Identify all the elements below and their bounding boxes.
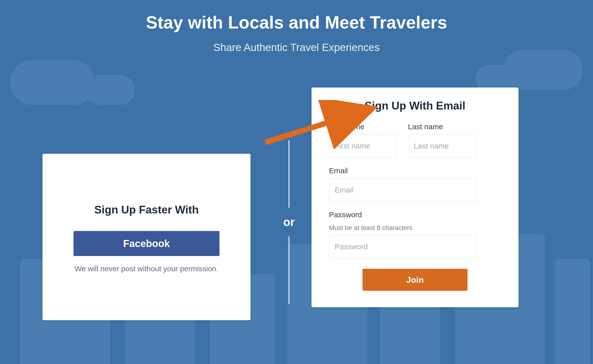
page-subtitle: Share Authentic Travel Experiences <box>0 42 593 54</box>
or-label: or <box>283 215 295 229</box>
signup-email-card: Sign Up With Email First name Last name … <box>312 88 518 307</box>
signup-facebook-card: Sign Up Faster With Facebook We will nev… <box>42 154 250 320</box>
first-name-label: First name <box>329 122 396 131</box>
password-hint: Must be at least 8 characters <box>329 224 501 232</box>
facebook-card-title: Sign Up Faster With <box>94 204 199 216</box>
password-label: Password <box>329 210 501 219</box>
email-input[interactable] <box>329 178 476 202</box>
divider-line <box>288 236 290 304</box>
divider-or: or <box>266 80 312 364</box>
email-label: Email <box>329 166 501 175</box>
last-name-input[interactable] <box>408 134 476 158</box>
divider-line <box>288 140 290 208</box>
email-card-title: Sign Up With Email <box>329 100 501 112</box>
page-title: Stay with Locals and Meet Travelers <box>0 12 593 32</box>
first-name-input[interactable] <box>329 134 396 158</box>
password-input[interactable] <box>329 235 476 258</box>
last-name-label: Last name <box>408 122 476 131</box>
join-button[interactable]: Join <box>362 269 468 291</box>
facebook-permission-note: We will never post without your permissi… <box>75 264 218 273</box>
facebook-signup-button[interactable]: Facebook <box>74 231 220 256</box>
